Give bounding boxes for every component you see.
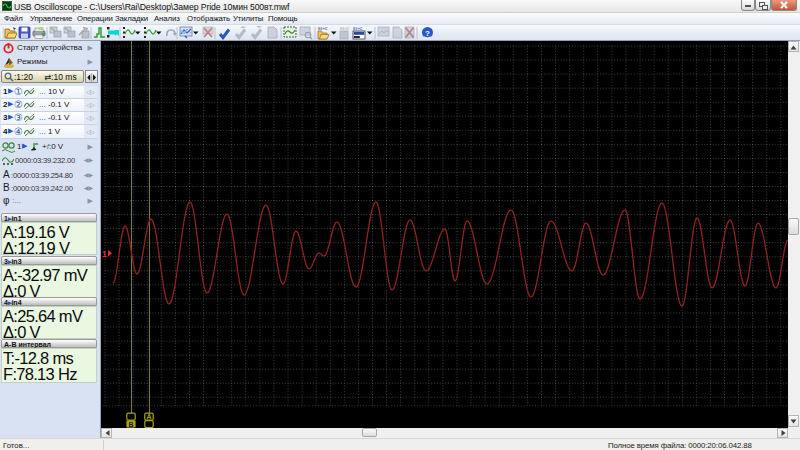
svg-text:вз+с: вз+с	[353, 26, 363, 31]
svg-text:?: ?	[425, 29, 430, 38]
svg-text:A: A	[146, 413, 151, 420]
svg-text:вз+с: вз+с	[318, 26, 328, 31]
svg-text:B: B	[128, 421, 133, 428]
svg-text:вз+с: вз+с	[340, 26, 350, 31]
svg-text:1: 1	[102, 249, 107, 259]
